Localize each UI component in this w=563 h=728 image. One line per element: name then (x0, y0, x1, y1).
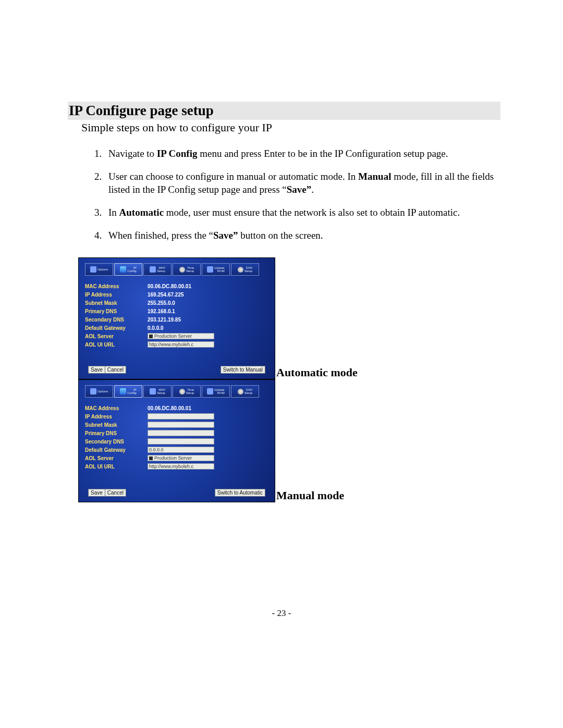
value-subnet-mask: 255.255.0.0 (148, 300, 175, 306)
aol-server-input[interactable]: Production Server (148, 333, 214, 339)
label-mac-address: MAC Address (85, 283, 148, 289)
clock-icon (179, 389, 185, 394)
text-bold: Save” (213, 230, 238, 241)
label-default-gateway: Default Gateway (85, 447, 148, 453)
label-secondary-dns: Secondary DNS (85, 439, 148, 445)
cancel-button[interactable]: Cancel (105, 366, 126, 374)
disc-icon (238, 389, 243, 394)
label-secondary-dns: Secondary DNS (85, 317, 148, 323)
switch-to-manual-button[interactable]: Switch to Manual (221, 366, 265, 374)
secondary-dns-input[interactable] (148, 438, 214, 445)
label-aol-server: AOL Server (85, 334, 148, 339)
label-aol-server: AOL Server (85, 455, 148, 461)
label-primary-dns: Primary DNS (85, 309, 148, 314)
text-bold: Automatic (119, 207, 164, 218)
text: . (311, 184, 314, 195)
disc-icon (238, 267, 243, 273)
tab-ip-config[interactable]: IP Config (114, 385, 142, 398)
default-gateway-input[interactable]: 0.0.0.0 (148, 447, 214, 453)
save-button[interactable]: Save (88, 366, 105, 374)
config-tabbar: Options IP Config WIFI Setup Time Setup … (85, 263, 268, 276)
text: When finished, press the “ (108, 230, 213, 241)
aol-url-input[interactable]: http://www.myboleh.c (148, 341, 214, 348)
tab-options[interactable]: Options (85, 385, 113, 398)
label-primary-dns: Primary DNS (85, 430, 148, 436)
tab-label: DVD Setup (244, 266, 253, 273)
ip-config-icon (120, 388, 126, 394)
tab-wifi-setup[interactable]: WIFI Setup (143, 263, 172, 276)
screenshot-manual-mode: Options IP Config WIFI Setup Time Setup … (78, 379, 275, 502)
step-4: When finished, press the “Save” button o… (104, 229, 495, 242)
tab-label: WIFI Setup (157, 266, 165, 273)
label-ip-address: IP Address (85, 292, 148, 298)
tab-label: Time Setup (186, 266, 194, 273)
tab-label: IP Config (127, 266, 136, 273)
ip-address-input[interactable] (148, 413, 214, 419)
save-button[interactable]: Save (88, 489, 105, 497)
value-primary-dns: 192.168.0.1 (148, 309, 175, 314)
tab-dvd-setup[interactable]: DVD Setup (231, 385, 259, 398)
text: Navigate to (108, 148, 157, 159)
primary-dns-input[interactable] (148, 430, 214, 436)
page-heading: IP Configure page setup (68, 102, 500, 120)
text: mode, user must ensure that the network … (164, 207, 460, 218)
value-mac-address: 00.06.DC.80.00.01 (148, 405, 191, 411)
config-tabbar: Options IP Config WIFI Setup Time Setup … (85, 385, 268, 398)
value-ip-address: 169.254.67.225 (148, 292, 184, 298)
options-icon (90, 388, 96, 394)
label-mac-address: MAC Address (85, 405, 148, 411)
switch-to-automatic-button[interactable]: Switch to Automatic (215, 489, 265, 497)
aol-url-input[interactable]: http://www.myboleh.c (148, 463, 214, 470)
value-mac-address: 00.06.DC.80.00.01 (148, 283, 191, 289)
text-bold: Save” (287, 184, 312, 195)
options-icon (90, 266, 96, 273)
step-3: In Automatic mode, user must ensure that… (104, 206, 495, 219)
text-bold: Manual (358, 171, 391, 182)
page-subtitle: Simple steps on how to configure your IP (81, 121, 500, 134)
page-number: - 23 - (0, 608, 563, 619)
ip-config-icon (120, 266, 126, 273)
tab-label: Time Setup (186, 388, 194, 394)
text-bold: IP Config (157, 148, 198, 159)
update-icon (207, 388, 213, 394)
tab-label: Update ROM (214, 388, 224, 394)
text: menu and press Enter to be in the IP Con… (197, 148, 448, 159)
wifi-icon (150, 388, 156, 394)
cancel-button[interactable]: Cancel (105, 489, 126, 497)
clock-icon (179, 267, 185, 273)
tab-label: Update ROM (214, 266, 224, 273)
tab-label: WIFI Setup (157, 388, 165, 394)
tab-dvd-setup[interactable]: DVD Setup (231, 263, 259, 276)
tab-time-setup[interactable]: Time Setup (173, 385, 201, 398)
text: button on the screen. (238, 230, 323, 241)
tab-label: Options (97, 390, 108, 393)
tab-wifi-setup[interactable]: WIFI Setup (143, 385, 172, 398)
label-subnet-mask: Subnet Mask (85, 300, 148, 306)
tab-ip-config[interactable]: IP Config (114, 263, 142, 276)
tab-label: Options (97, 268, 108, 271)
label-aol-ui-url: AOL UI URL (85, 464, 148, 470)
caption-automatic-mode: Automatic mode (276, 366, 358, 379)
tab-options[interactable]: Options (85, 263, 113, 276)
text: In (108, 207, 119, 218)
caption-manual-mode: Manual mode (276, 489, 344, 502)
aol-server-input[interactable]: Production Server (148, 455, 214, 461)
wifi-icon (150, 266, 156, 273)
label-default-gateway: Default Gateway (85, 325, 148, 331)
tab-update-rom[interactable]: Update ROM (202, 263, 230, 276)
step-2: User can choose to configure in manual o… (104, 170, 495, 196)
text: User can choose to configure in manual o… (108, 171, 358, 182)
label-ip-address: IP Address (85, 414, 148, 419)
value-secondary-dns: 203.121.19.85 (148, 317, 181, 323)
tab-label: IP Config (127, 388, 136, 394)
subnet-mask-input[interactable] (148, 422, 214, 428)
screenshot-automatic-mode: Options IP Config WIFI Setup Time Setup … (78, 257, 275, 379)
tab-time-setup[interactable]: Time Setup (173, 263, 201, 276)
tab-label: DVD Setup (244, 388, 253, 394)
label-subnet-mask: Subnet Mask (85, 422, 148, 428)
step-1: Navigate to IP Config menu and press Ent… (104, 147, 495, 161)
update-icon (207, 266, 213, 273)
tab-update-rom[interactable]: Update ROM (202, 385, 230, 398)
instruction-list: Navigate to IP Config menu and press Ent… (89, 147, 500, 242)
label-aol-ui-url: AOL UI URL (85, 342, 148, 348)
